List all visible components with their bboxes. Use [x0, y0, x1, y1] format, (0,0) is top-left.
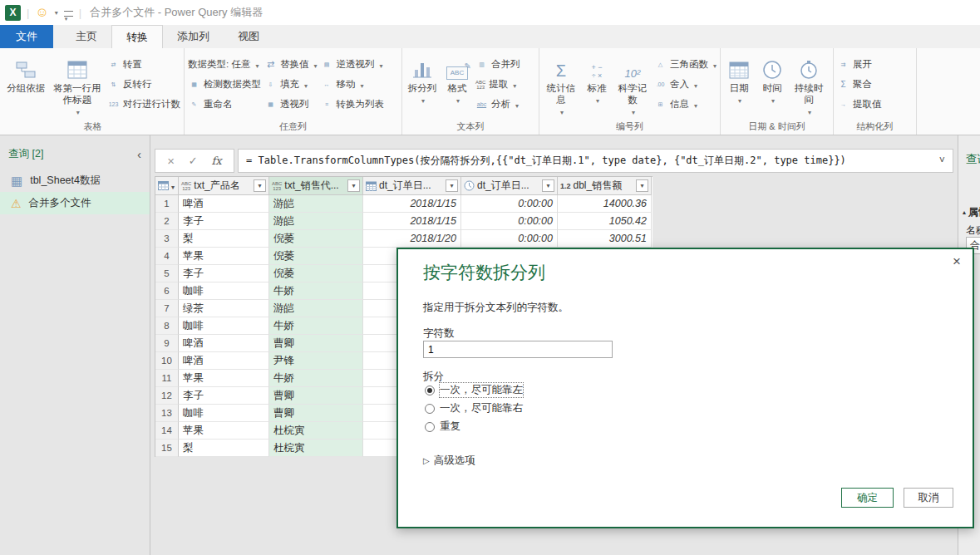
cell[interactable]: 杜梡寅	[269, 440, 363, 457]
radio-icon[interactable]	[425, 404, 435, 414]
quick-access-toolbar-icon[interactable]	[64, 11, 73, 17]
extract-button[interactable]: 提取	[475, 78, 520, 91]
cell[interactable]: 梨	[179, 440, 269, 457]
fx-icon[interactable]	[211, 155, 221, 167]
cell[interactable]: 游皑	[269, 213, 363, 230]
merge-columns-button[interactable]: 合并列	[475, 58, 520, 71]
aggregate-button[interactable]: 聚合	[837, 78, 882, 91]
data-type-button[interactable]: 数据类型: 任意	[188, 58, 261, 71]
cell[interactable]: 杜梡寅	[269, 422, 363, 440]
standard-button[interactable]: 标准	[583, 52, 611, 120]
scientific-button[interactable]: 科学记数	[614, 52, 651, 120]
cell[interactable]: 梨	[179, 230, 269, 248]
cell[interactable]: 2018/1/15	[363, 213, 461, 230]
filter-dropdown-button[interactable]	[542, 179, 554, 192]
radio-selected-icon[interactable]	[425, 386, 435, 395]
radio-option-repeat[interactable]: 重复	[425, 420, 460, 434]
smiley-feedback-icon[interactable]	[35, 6, 48, 19]
cell[interactable]: 李子	[179, 265, 269, 282]
cell[interactable]: 李子	[179, 387, 269, 405]
cell[interactable]: 游皑	[269, 300, 363, 317]
row-number[interactable]: 13	[155, 405, 179, 422]
commit-formula-icon[interactable]	[189, 155, 198, 167]
format-button[interactable]: 格式	[442, 52, 472, 120]
chars-count-input[interactable]	[423, 341, 613, 358]
cell[interactable]: 曹卿	[269, 387, 363, 405]
ok-button[interactable]: 确定	[841, 488, 894, 508]
cell[interactable]: 游皑	[269, 195, 363, 213]
cell[interactable]: 绿茶	[179, 300, 269, 317]
row-number[interactable]: 7	[155, 300, 179, 317]
row-number[interactable]: 2	[155, 213, 179, 230]
cell[interactable]: 曹卿	[269, 335, 363, 352]
collapse-sidebar-icon[interactable]	[137, 150, 141, 160]
count-rows-button[interactable]: 对行进行计数	[107, 98, 180, 111]
cell[interactable]: 苹果	[179, 422, 269, 440]
parse-button[interactable]: 分析	[475, 98, 520, 111]
duration-button[interactable]: 持续时间	[790, 52, 827, 120]
advanced-options-toggle[interactable]: 高级选项	[423, 454, 475, 468]
time-button[interactable]: 时间	[757, 52, 787, 120]
tab-view[interactable]: 视图	[224, 25, 273, 48]
reverse-rows-button[interactable]: 反转行	[107, 78, 180, 91]
pivot-column-button[interactable]: 透视列	[264, 98, 318, 111]
split-column-button[interactable]: 拆分列	[406, 52, 439, 120]
row-number[interactable]: 11	[155, 370, 179, 387]
cell[interactable]: 14000.36	[558, 195, 652, 213]
fill-button[interactable]: 填充	[264, 78, 318, 91]
statistics-button[interactable]: 统计信息	[543, 52, 579, 120]
column-header-order-date[interactable]: dt_订单日...	[363, 177, 461, 195]
row-number[interactable]: 5	[155, 265, 179, 282]
use-first-row-button[interactable]: 将第一行用作标题	[51, 52, 104, 120]
row-number[interactable]: 8	[155, 317, 179, 335]
cell[interactable]: 咖啡	[179, 282, 269, 300]
cell[interactable]: 啤酒	[179, 195, 269, 213]
tab-add-column[interactable]: 添加列	[163, 25, 224, 48]
tab-transform[interactable]: 转换	[111, 25, 163, 48]
cell[interactable]: 苹果	[179, 370, 269, 387]
cell[interactable]: 0:00:00	[461, 195, 558, 213]
column-header-order-time[interactable]: dt_订单日...	[461, 177, 558, 195]
cell[interactable]: 咖啡	[179, 317, 269, 335]
radio-icon[interactable]	[425, 422, 435, 432]
tab-file[interactable]: 文件	[0, 25, 53, 48]
cell[interactable]: 尹锋	[269, 352, 363, 370]
filter-dropdown-button[interactable]	[446, 179, 458, 192]
extract-values-button[interactable]: 提取值	[837, 98, 882, 111]
row-number[interactable]: 15	[155, 440, 179, 457]
column-header-sales-rep[interactable]: txt_销售代...	[269, 177, 363, 195]
tab-home[interactable]: 主页	[62, 25, 111, 48]
information-button[interactable]: 信息	[654, 98, 717, 111]
expand-button[interactable]: 展开	[837, 58, 882, 71]
radio-option-rightmost[interactable]: 一次，尽可能靠右	[425, 401, 523, 415]
transpose-button[interactable]: 转置	[107, 58, 180, 71]
cell[interactable]: 3000.51	[558, 230, 652, 248]
row-number[interactable]: 10	[155, 352, 179, 370]
trigonometry-button[interactable]: 三角函数	[654, 58, 717, 71]
row-number[interactable]: 6	[155, 282, 179, 300]
cell[interactable]: 1050.42	[558, 213, 652, 230]
detect-data-type-button[interactable]: 检测数据类型	[188, 78, 261, 91]
row-number[interactable]: 9	[155, 335, 179, 352]
move-button[interactable]: 移动	[321, 78, 385, 91]
table-corner-cell[interactable]	[155, 177, 179, 195]
cell[interactable]: 咖啡	[179, 405, 269, 422]
cell[interactable]: 2018/1/15	[363, 195, 461, 213]
cell[interactable]: 李子	[179, 213, 269, 230]
group-by-button[interactable]: 分组依据	[5, 52, 47, 120]
cell[interactable]: 啤酒	[179, 335, 269, 352]
cell[interactable]: 牛娇	[269, 317, 363, 335]
rename-button[interactable]: 重命名	[188, 98, 261, 111]
filter-dropdown-button[interactable]	[254, 179, 266, 192]
date-button[interactable]: 日期	[724, 52, 754, 120]
cell[interactable]: 倪萎	[269, 265, 363, 282]
close-icon[interactable]	[948, 253, 965, 270]
properties-section-header[interactable]: 属性	[963, 205, 980, 219]
sidebar-item-merge-files[interactable]: 合并多个文件	[0, 192, 150, 214]
sidebar-item-tbl-sheet4[interactable]: tbl_Sheet4数据	[0, 169, 150, 192]
cell[interactable]: 苹果	[179, 248, 269, 265]
column-header-sales-amount[interactable]: dbl_销售额	[558, 177, 652, 195]
cell[interactable]: 0:00:00	[461, 230, 558, 248]
row-number[interactable]: 12	[155, 387, 179, 405]
formula-input[interactable]: = Table.TransformColumnTypes(按分隔符拆分列,{{"…	[238, 149, 953, 173]
